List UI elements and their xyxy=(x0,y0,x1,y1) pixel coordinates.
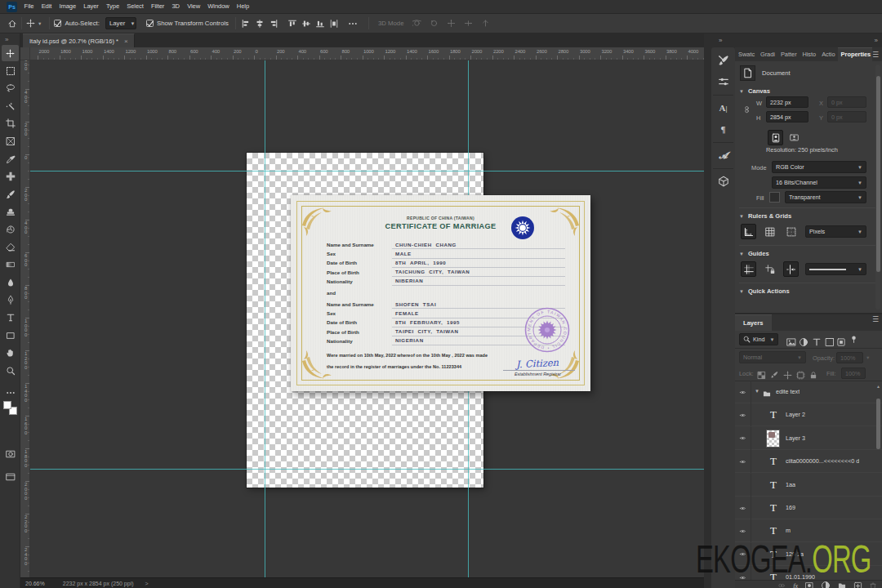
menu-file[interactable]: File xyxy=(20,0,38,13)
filter-type-icon[interactable] xyxy=(812,336,822,350)
frame-tool-icon[interactable] xyxy=(2,133,19,149)
text-layer-thumbnail[interactable]: T xyxy=(767,477,780,493)
menu-3d[interactable]: 3D xyxy=(168,0,184,13)
edit-toolbar-icon[interactable] xyxy=(2,385,19,401)
layer-row-1[interactable]: TLayer 2 xyxy=(735,403,882,426)
3d-panel-icon[interactable] xyxy=(711,172,735,191)
menu-view[interactable]: View xyxy=(184,0,204,13)
layer-name[interactable]: 1aa xyxy=(786,481,795,488)
layer-name[interactable]: m xyxy=(786,527,791,534)
visibility-eye-icon[interactable] xyxy=(735,427,751,450)
crop-tool-icon[interactable] xyxy=(2,115,19,131)
properties-menu-icon[interactable]: ☰ xyxy=(872,49,882,61)
close-tab-icon[interactable]: × xyxy=(124,38,128,45)
horizontal-ruler[interactable]: 2000180016001400120010008006004002000200… xyxy=(30,47,704,60)
visibility-eye-icon[interactable] xyxy=(735,450,751,473)
layer-name[interactable]: edite text xyxy=(776,388,800,395)
document-tab[interactable]: Italy id.psd @ 20.7% (RGB/16) * × xyxy=(23,33,135,47)
align-left-icon[interactable] xyxy=(242,20,250,28)
menu-edit[interactable]: Edit xyxy=(38,0,56,13)
visibility-eye-icon[interactable] xyxy=(735,403,751,426)
collapse-dock-icon[interactable]: » xyxy=(875,37,877,44)
glyphs-panel-icon[interactable]: 𝓐 xyxy=(711,145,735,165)
pen-tool-icon[interactable] xyxy=(2,292,19,308)
distribute-icon[interactable] xyxy=(330,20,338,28)
guide-horizontal-bottom[interactable] xyxy=(30,469,704,470)
ruler-units-dropdown[interactable]: Pixels▼ xyxy=(805,225,866,238)
gradient-tool-icon[interactable] xyxy=(2,256,19,273)
menu-filter[interactable]: Filter xyxy=(147,0,167,13)
color-mode-dropdown[interactable]: RGB Color▼ xyxy=(772,161,866,173)
text-layer-thumbnail[interactable]: T xyxy=(767,453,780,470)
panel-tab-histo[interactable]: Histo xyxy=(799,48,818,61)
move-tool-options-icon[interactable] xyxy=(26,19,35,28)
menu-help[interactable]: Help xyxy=(233,0,252,13)
layers-scrollbar[interactable]: ▲ xyxy=(875,382,881,578)
screen-mode-icon[interactable] xyxy=(2,469,19,485)
layer-row-2[interactable]: Layer 3 xyxy=(735,427,882,450)
auto-select-target-dropdown[interactable]: Layer▼ xyxy=(105,17,136,29)
heal-tool-icon[interactable] xyxy=(2,168,19,185)
canvas-area[interactable]: REPUBLIC OF CHINA (TAIWAN) CERTIFICATE O… xyxy=(30,60,704,577)
foreground-color-swatch[interactable] xyxy=(3,401,11,409)
fill-dropdown[interactable]: Transparent▼ xyxy=(785,191,866,203)
width-field[interactable]: 2232 px xyxy=(766,96,808,108)
auto-select-checkbox[interactable] xyxy=(54,20,61,27)
zoom-tool-icon[interactable] xyxy=(2,363,19,379)
wand-tool-icon[interactable] xyxy=(2,98,19,114)
photoshop-logo[interactable]: Ps xyxy=(7,2,17,12)
layer-row-5[interactable]: T169 xyxy=(735,497,882,519)
visibility-eye-icon[interactable] xyxy=(735,381,751,403)
toggle-guides-button[interactable] xyxy=(741,261,756,277)
layer-row-4[interactable]: T1aa xyxy=(735,474,882,497)
edit-guides-button[interactable] xyxy=(783,261,799,277)
shape-tool-icon[interactable] xyxy=(2,327,19,344)
filter-kind-dropdown[interactable]: Kind▼ xyxy=(739,333,778,345)
panel-tab-actio[interactable]: Actio xyxy=(818,48,837,61)
text-layer-thumbnail[interactable]: T xyxy=(767,407,780,423)
visibility-eye-icon[interactable] xyxy=(735,497,751,519)
guide-style-dropdown[interactable]: ▼ xyxy=(805,263,866,275)
certificate-image[interactable]: REPUBLIC OF CHINA (TAIWAN) CERTIFICATE O… xyxy=(291,195,590,391)
landscape-orientation-button[interactable] xyxy=(786,130,802,145)
panel-tab-properties[interactable]: Properties xyxy=(838,47,872,61)
delete-layer-icon[interactable] xyxy=(869,581,877,588)
new-group-icon[interactable] xyxy=(837,581,847,588)
status-chevron-icon[interactable]: > xyxy=(145,581,149,586)
layer-name[interactable]: 169 xyxy=(786,504,795,511)
portrait-orientation-button[interactable] xyxy=(768,130,783,145)
menu-select[interactable]: Select xyxy=(123,0,148,13)
lock-guides-button[interactable] xyxy=(762,261,777,277)
link-layers-icon[interactable] xyxy=(777,582,786,588)
brush-tool-icon[interactable] xyxy=(2,186,19,203)
color-swatches[interactable] xyxy=(3,401,17,415)
move-tool-icon[interactable] xyxy=(2,45,19,61)
lasso-tool-icon[interactable] xyxy=(2,80,19,96)
fill-swatch[interactable] xyxy=(769,192,780,203)
filter-smart-object-icon[interactable] xyxy=(836,336,846,350)
stamp-tool-icon[interactable] xyxy=(2,203,19,220)
toggle-grid-button[interactable] xyxy=(762,224,777,239)
layers-menu-icon[interactable]: ☰ xyxy=(872,315,879,323)
ruler-corner[interactable] xyxy=(20,47,30,60)
guides-section-header[interactable]: ▼Guides xyxy=(739,250,769,257)
layer-row-group[interactable]: ▼ edite text xyxy=(735,381,882,403)
history-brush-tool-icon[interactable] xyxy=(2,221,19,238)
align-center-h-icon[interactable] xyxy=(256,20,264,28)
align-bottom-icon[interactable] xyxy=(316,20,324,28)
align-top-icon[interactable] xyxy=(288,20,296,28)
quick-mask-icon[interactable] xyxy=(2,446,19,462)
bit-depth-dropdown[interactable]: 16 Bits/Channel▼ xyxy=(772,176,866,189)
character-panel-icon[interactable]: A| xyxy=(711,98,735,118)
more-options-icon[interactable] xyxy=(348,19,358,29)
brush-settings-panel-icon[interactable] xyxy=(711,51,735,70)
toggle-pixel-grid-button[interactable] xyxy=(783,224,799,239)
layer-name[interactable]: cilta0000000...<<<<<<<<0 d xyxy=(786,457,859,465)
blur-tool-icon[interactable] xyxy=(2,274,19,291)
new-layer-icon[interactable] xyxy=(853,581,862,588)
filter-image-icon[interactable] xyxy=(786,336,796,350)
group-expand-chevron[interactable]: ▼ xyxy=(755,389,760,394)
marquee-tool-icon[interactable] xyxy=(2,63,19,79)
menu-image[interactable]: Image xyxy=(56,0,80,13)
layer-thumbnail[interactable] xyxy=(766,430,780,448)
